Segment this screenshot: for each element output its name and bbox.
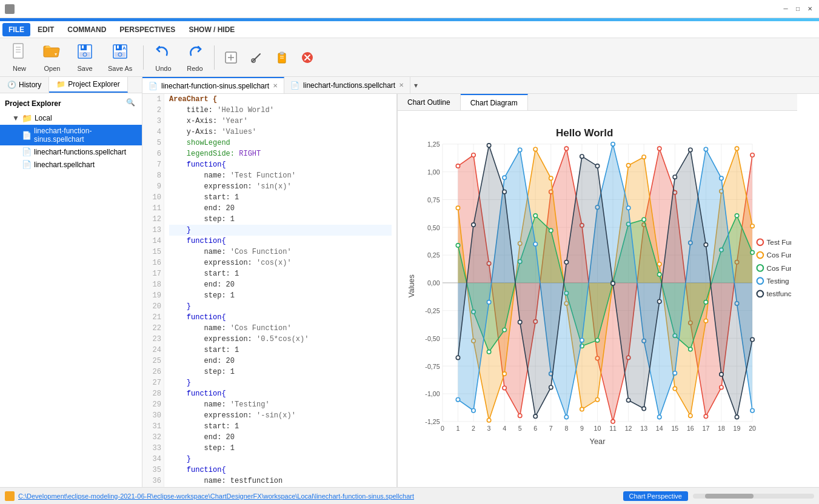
scrollbar-area[interactable] [693, 494, 814, 499]
svg-text:Year: Year [590, 437, 606, 446]
menu-file[interactable]: FILE [2, 23, 30, 36]
tree-file-3[interactable]: 📄 linechart.spellchart [0, 158, 142, 171]
save-as-button[interactable]: A Save As [102, 41, 138, 75]
project-explorer-icon: 📁 [56, 80, 65, 88]
svg-text:1,00: 1,00 [427, 168, 440, 176]
svg-text:14: 14 [656, 425, 663, 432]
chart-diagram-tab[interactable]: Chart Diagram [461, 94, 528, 110]
new-button[interactable]: New [5, 40, 34, 75]
save-label: Save [77, 65, 92, 72]
chart-svg: Hello World [404, 117, 791, 481]
svg-point-189 [580, 154, 584, 158]
tab-overflow-button[interactable]: ▾ [410, 79, 421, 92]
svg-point-141 [487, 350, 490, 354]
svg-point-118 [456, 206, 460, 210]
tab-2-close[interactable]: ✕ [399, 82, 404, 88]
search-icon[interactable]: 🔍 [126, 98, 137, 109]
menu-show-hide[interactable]: SHOW / HIDE [182, 23, 241, 36]
toolbar-separator-2 [214, 45, 215, 70]
svg-text:-1,00: -1,00 [425, 390, 440, 397]
tree-file-1[interactable]: 📄 linechart-function-sinus.spellchart [0, 125, 142, 145]
redo-button[interactable]: Redo [180, 41, 209, 75]
open-button[interactable]: Open [36, 40, 68, 75]
svg-point-192 [626, 399, 630, 402]
svg-point-188 [564, 260, 568, 264]
left-panel: 🕐 History 📁 Project Explorer Project Exp… [0, 77, 142, 487]
svg-text:11: 11 [609, 425, 617, 432]
svg-text:Cos Function: Cos Function [767, 264, 791, 272]
export-button[interactable] [219, 47, 242, 68]
svg-text:3: 3 [487, 425, 491, 432]
svg-text:A: A [122, 45, 126, 51]
titlebar-left [5, 4, 15, 14]
svg-text:12: 12 [625, 425, 632, 432]
perspective-button[interactable]: Chart Perspective [623, 491, 688, 501]
clipboard-button[interactable] [270, 47, 293, 68]
tab-history[interactable]: 🕐 History [0, 77, 49, 93]
menu-command[interactable]: COMMAND [61, 23, 112, 36]
status-left: C:\Development\eclipse-modeling-2021-06-… [5, 491, 414, 501]
status-path[interactable]: C:\Development\eclipse-modeling-2021-06-… [18, 492, 414, 500]
minimize-button[interactable]: ─ [781, 5, 790, 13]
right-panel: Chart Outline Chart Diagram Hello World [397, 94, 797, 487]
svg-point-116 [750, 153, 754, 157]
new-icon [11, 42, 28, 64]
status-right: Chart Perspective [623, 491, 814, 501]
svg-point-110 [658, 147, 661, 150]
svg-text:-1,25: -1,25 [425, 418, 440, 425]
file-icon-3: 📄 [22, 160, 32, 169]
maximize-button[interactable]: □ [794, 5, 802, 13]
editor-tabs: 📄 linechart-function-sinus.spellchart ✕ … [142, 77, 819, 94]
svg-point-209 [757, 291, 764, 297]
svg-point-100 [503, 386, 506, 390]
editor-tab-2[interactable]: 📄 linechart-functions.spellchart ✕ [284, 77, 410, 93]
panel-content: Project Explorer 🔍 ▼ 📁 Local 📄 linechart… [0, 93, 142, 487]
save-button[interactable]: Save [70, 41, 99, 75]
tab-1-close[interactable]: ✕ [273, 82, 278, 89]
editor-tab-1[interactable]: 📄 linechart-function-sinus.spellchart ✕ [142, 77, 284, 93]
svg-point-157 [735, 214, 738, 217]
code-text[interactable]: AreaChart { title: 'Hello World' x-Axis:… [164, 94, 396, 487]
scrollbar-thumb[interactable] [705, 494, 754, 499]
svg-point-104 [564, 147, 568, 150]
delete-button[interactable] [296, 47, 319, 68]
menu-perspectives[interactable]: PERSPECTIVES [113, 23, 181, 36]
tree-local-root[interactable]: ▼ 📁 Local [0, 111, 142, 125]
svg-point-182 [472, 223, 475, 227]
svg-point-124 [549, 176, 553, 180]
svg-point-101 [518, 414, 522, 417]
menubar: FILE EDIT COMMAND PERSPECTIVES SHOW / HI… [0, 21, 819, 38]
svg-text:-0,25: -0,25 [425, 307, 440, 314]
svg-point-137 [750, 224, 754, 228]
tree-file-2[interactable]: 📄 linechart-functions.spellchart [0, 145, 142, 158]
tab-project-explorer[interactable]: 📁 Project Explorer [49, 77, 127, 93]
tab-1-icon: 📄 [149, 82, 158, 90]
svg-point-170 [611, 142, 615, 146]
line-numbers: 123 456 789 101112 131415 161718 192021 … [142, 94, 164, 487]
svg-point-162 [487, 300, 490, 304]
chart-outline-tab[interactable]: Chart Outline [398, 94, 461, 110]
menu-edit[interactable]: EDIT [32, 23, 60, 36]
svg-point-133 [689, 414, 692, 417]
svg-text:2: 2 [472, 425, 475, 432]
code-editor[interactable]: 123 456 789 101112 131415 161718 192021 … [142, 94, 397, 487]
svg-text:testfunction: testfunction [767, 290, 791, 297]
titlebar: ─ □ ✕ [0, 0, 819, 18]
svg-text:4: 4 [503, 425, 506, 432]
svg-point-197 [704, 243, 707, 247]
svg-rect-23 [280, 52, 284, 55]
undo-button[interactable]: Undo [149, 41, 178, 75]
svg-text:16: 16 [687, 425, 694, 432]
svg-point-120 [487, 419, 490, 422]
svg-text:0,75: 0,75 [427, 196, 440, 204]
svg-point-191 [611, 282, 615, 285]
editor-area: 📄 linechart-function-sinus.spellchart ✕ … [142, 77, 819, 487]
svg-point-126 [580, 407, 584, 411]
tree-expand-icon: ▼ [12, 114, 19, 122]
panel-tabs: 🕐 History 📁 Project Explorer [0, 77, 142, 93]
tool-button[interactable] [245, 47, 268, 68]
code-lines: 123 456 789 101112 131415 161718 192021 … [142, 94, 396, 487]
close-button[interactable]: ✕ [806, 5, 814, 13]
svg-point-186 [533, 414, 537, 418]
svg-point-195 [673, 175, 677, 179]
